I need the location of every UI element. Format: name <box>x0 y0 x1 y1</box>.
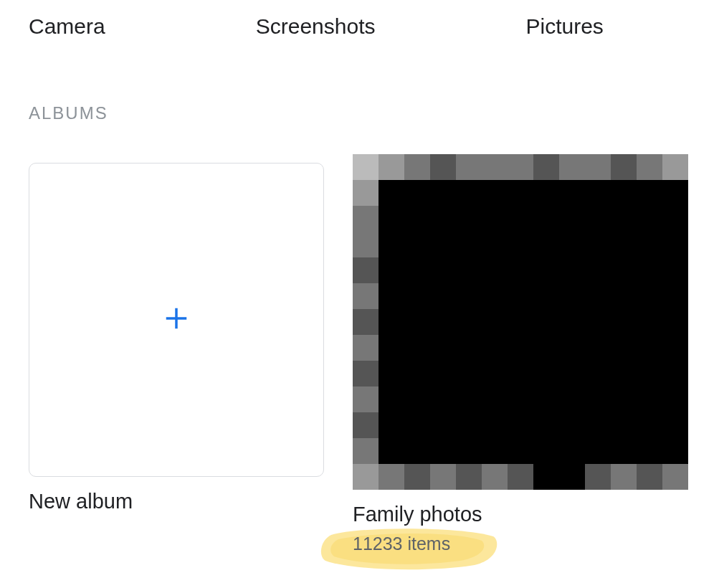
new-album-label: New album <box>29 490 324 513</box>
family-album-label: Family photos <box>353 503 688 526</box>
family-album-thumbnail[interactable] <box>353 154 688 490</box>
family-album-subtitle-wrap: 11233 items <box>353 534 688 554</box>
device-folders-row: Camera Screenshots Pictures <box>0 14 714 39</box>
family-album-card[interactable]: Family photos 11233 items <box>353 163 688 554</box>
family-album-item-count: 11233 items <box>353 534 450 554</box>
albums-row: New album Fa <box>0 163 714 554</box>
new-album-card[interactable]: New album <box>29 163 324 513</box>
folder-pictures[interactable]: Pictures <box>525 14 603 39</box>
new-album-box[interactable] <box>29 163 324 477</box>
folder-camera[interactable]: Camera <box>29 14 105 39</box>
albums-section-title: ALBUMS <box>0 103 714 123</box>
plus-icon <box>163 305 190 335</box>
folder-screenshots[interactable]: Screenshots <box>256 14 376 39</box>
album-thumbnail-image <box>353 154 688 490</box>
